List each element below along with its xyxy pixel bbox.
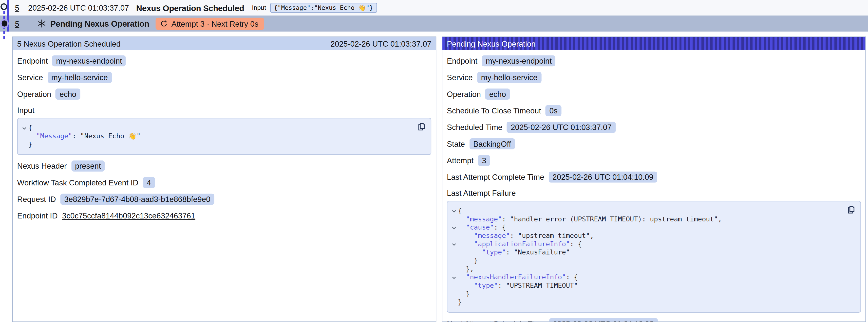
event-history-detail-view: 5 2025-02-26 UTC 01:03:37.07 Nexus Opera… <box>0 0 868 322</box>
scheduled-panel-header: 5 Nexus Operation Scheduled 2025-02-26 U… <box>13 37 436 50</box>
field-wtc-event-id-value: 4 <box>143 177 155 188</box>
json-line: { <box>450 207 856 215</box>
event-input-value-chip: {"Message":"Nexus Echo 👋"} <box>270 3 377 12</box>
field-next-attempt-schedule-time-value: 2025-02-26 UTC 01:04:13.93 <box>549 318 657 322</box>
field-nexus-header-value: present <box>71 161 104 171</box>
input-json-code: { "Message": "Nexus Echo 👋"} <box>20 124 426 149</box>
field-request-id: Request ID 3e829b7e-7d67-4b08-aad3-b1e86… <box>17 194 432 205</box>
field-scheduled-time: Scheduled Time 2025-02-26 UTC 01:03:37.0… <box>447 122 861 133</box>
json-line: } <box>450 298 856 307</box>
field-operation-value: echo <box>485 89 510 100</box>
field-schedule-to-close-timeout: Schedule To Close Timeout 0s <box>447 105 861 116</box>
json-line: } <box>20 140 426 149</box>
field-last-attempt-complete-time-value: 2025-02-26 UTC 01:04:10.09 <box>549 171 657 183</box>
field-endpoint-value: my-nexus-endpoint <box>52 55 126 66</box>
event-id-link[interactable]: 5 <box>15 19 19 28</box>
field-endpoint-id: Endpoint ID 3c0c75ccfa8144b092c13ce63246… <box>17 210 432 221</box>
chevron-down-icon[interactable] <box>451 208 457 214</box>
chevron-down-icon[interactable] <box>451 225 457 230</box>
chevron-down-icon[interactable] <box>451 242 457 247</box>
detail-panels: 5 Nexus Operation Scheduled 2025-02-26 U… <box>0 36 868 322</box>
scheduled-panel-title: 5 Nexus Operation Scheduled <box>17 39 121 48</box>
field-operation-value: echo <box>56 89 80 100</box>
field-service-value: my-hello-service <box>48 72 112 83</box>
json-line: "cause": { <box>450 224 856 232</box>
json-line: "Message": "Nexus Echo 👋" <box>20 132 426 140</box>
last-attempt-failure-json-viewer: { "message": "handler error (UPSTREAM_TI… <box>447 201 861 313</box>
retry-badge-label: Attempt 3 · Next Retry 0s <box>172 19 258 28</box>
field-scheduled-time-value: 2025-02-26 UTC 01:03:37.07 <box>507 122 615 133</box>
field-nexus-header: Nexus Header present <box>17 161 432 171</box>
event-timestamp: 2025-02-26 UTC 01:03:37.07 <box>28 3 129 12</box>
event-title: Nexus Operation Scheduled <box>136 3 244 12</box>
event-row-scheduled[interactable]: 5 2025-02-26 UTC 01:03:37.07 Nexus Opera… <box>0 0 868 15</box>
field-service-value: my-hello-service <box>477 72 541 83</box>
input-json-viewer: { "Message": "Nexus Echo 👋"} <box>17 118 432 155</box>
json-line: "type": "UPSTREAM_TIMEOUT" <box>450 282 856 290</box>
copy-icon[interactable] <box>846 205 856 215</box>
field-request-id-value: 3e829b7e-7d67-4b08-aad3-b1e868bfe9e0 <box>60 194 214 205</box>
field-attempt-value: 3 <box>478 155 490 166</box>
json-line: "message": "upstream timeout", <box>450 232 856 240</box>
failure-json-code: { "message": "handler error (UPSTREAM_TI… <box>450 207 856 307</box>
scheduled-event-panel: 5 Nexus Operation Scheduled 2025-02-26 U… <box>12 36 436 322</box>
last-attempt-failure-label: Last Attempt Failure <box>447 188 861 197</box>
retry-badge: Attempt 3 · Next Retry 0s <box>155 18 264 30</box>
json-line: "type": "NexusFailure" <box>450 249 856 257</box>
pending-asterisk-icon <box>37 20 46 28</box>
field-attempt: Attempt 3 <box>447 155 861 166</box>
pending-panel-title: Pending Nexus Operation <box>447 39 536 48</box>
scheduled-panel-timestamp: 2025-02-26 UTC 01:03:37.07 <box>330 39 431 48</box>
retry-icon <box>160 20 167 27</box>
json-line: { <box>20 124 426 132</box>
field-schedule-to-close-timeout-value: 0s <box>546 105 562 116</box>
pending-operation-panel: Pending Nexus Operation Endpoint my-nexu… <box>442 36 866 322</box>
chevron-down-icon[interactable] <box>451 275 457 280</box>
pending-panel-header: Pending Nexus Operation <box>442 37 865 50</box>
field-service: Service my-hello-service <box>17 72 432 83</box>
json-line: "message": "handler error (UPSTREAM_TIME… <box>450 215 856 224</box>
json-line: } <box>450 290 856 298</box>
timeline-node-scheduled-icon <box>0 3 7 10</box>
event-id-link[interactable]: 5 <box>15 3 19 12</box>
field-next-attempt-schedule-time: Next Attempt Schedule Time 2025-02-26 UT… <box>447 318 861 322</box>
field-state-value: BackingOff <box>469 138 515 150</box>
json-line: "applicationFailureInfo": { <box>450 240 856 249</box>
event-input-label: Input <box>252 4 266 11</box>
timeline-node-pending-icon <box>1 21 7 26</box>
field-service: Service my-hello-service <box>447 72 861 83</box>
json-line: } <box>450 257 856 265</box>
input-label: Input <box>17 105 432 115</box>
json-line: }, <box>450 265 856 273</box>
chevron-down-icon[interactable] <box>21 125 27 131</box>
copy-icon[interactable] <box>416 122 426 132</box>
field-endpoint: Endpoint my-nexus-endpoint <box>447 55 861 66</box>
field-state: State BackingOff <box>447 138 861 150</box>
json-line: "nexusHandlerFailureInfo": { <box>450 273 856 282</box>
timeline-active-bar <box>7 0 9 32</box>
endpoint-id-link[interactable]: 3c0c75ccfa8144b092c13ce632463761 <box>62 211 195 220</box>
field-operation: Operation echo <box>447 89 861 100</box>
field-last-attempt-complete-time: Last Attempt Complete Time 2025-02-26 UT… <box>447 171 861 183</box>
field-operation: Operation echo <box>17 89 432 100</box>
field-endpoint-value: my-nexus-endpoint <box>482 55 556 66</box>
event-row-pending-selected[interactable]: 5 Pending Nexus Operation Attempt 3 · Ne… <box>0 15 868 32</box>
field-workflow-task-completed-event-id: Workflow Task Completed Event ID 4 <box>17 177 432 188</box>
field-endpoint: Endpoint my-nexus-endpoint <box>17 55 432 66</box>
pending-event-title: Pending Nexus Operation <box>50 19 149 28</box>
